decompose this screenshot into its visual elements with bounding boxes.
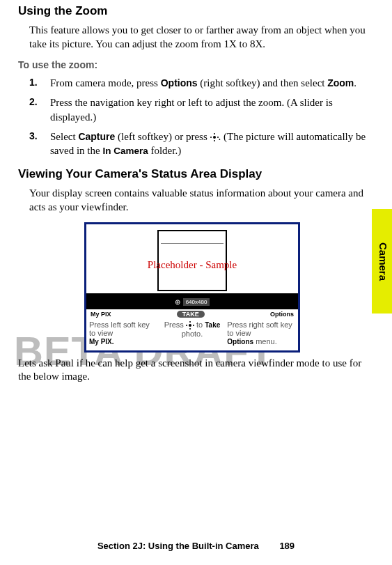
- footer-page-number: 189: [279, 541, 295, 551]
- subhead-to-use-zoom: To use the zoom:: [18, 59, 366, 70]
- step-text: (left softkey) or press: [115, 131, 210, 142]
- hint-left: Press left soft key to view My PIX.: [89, 320, 157, 346]
- step-text: folder.): [148, 145, 181, 156]
- softkey-left: My PIX: [91, 311, 111, 318]
- hint-text: Press: [164, 320, 184, 329]
- softkey-center: TAKE: [177, 311, 205, 318]
- step-text: Select: [50, 131, 78, 142]
- step-bold-incamera: In Camera: [102, 146, 148, 156]
- hint-center: Press to Take photo.: [158, 320, 226, 346]
- hint-target: Options: [227, 338, 253, 346]
- softkey-right: Options: [270, 311, 294, 318]
- intro-status: Your display screen contains valuable st…: [29, 187, 366, 214]
- step-2: 2. Press the navigation key right or lef…: [29, 95, 366, 124]
- page-content: Using the Zoom This feature allows you t…: [0, 0, 392, 384]
- step-number: 1.: [29, 76, 38, 89]
- step-number: 2.: [29, 95, 38, 109]
- heading-status-display: Viewing Your Camera's Status Area Displa…: [18, 167, 366, 181]
- step-bold-zoom: Zoom: [327, 77, 354, 88]
- hint-target: My PIX.: [89, 338, 114, 346]
- step-text: Press the navigation key right or left t…: [50, 97, 333, 122]
- step-3: 3. Select Capture (left softkey) or pres…: [29, 130, 366, 158]
- hint-text: photo.: [182, 330, 203, 338]
- step-bold-options: Options: [161, 77, 198, 88]
- step-1: 1. From camera mode, press Options (righ…: [29, 76, 366, 90]
- figure-softkey-row: My PIX TAKE Options: [86, 309, 298, 318]
- resolution-badge: 640x480: [183, 298, 210, 306]
- intro-zoom: This feature allows you to get closer to…: [29, 24, 366, 51]
- step-text: From camera mode, press: [50, 77, 161, 88]
- figure-status-bar: ⊕ 640x480: [86, 294, 298, 309]
- page-footer: Section 2J: Using the Built-in Camera 18…: [0, 541, 392, 551]
- step-text: (right softkey) and then select: [198, 77, 328, 88]
- heading-using-zoom: Using the Zoom: [18, 4, 366, 18]
- magnify-icon: ⊕: [175, 298, 180, 306]
- nav-key-icon: [210, 133, 219, 141]
- footer-section-label: Section 2J: Using the Built-in Camera: [97, 541, 259, 551]
- hint-text: to: [196, 320, 203, 329]
- viewfinder-figure: Placeholder - Sample ⊕ 640x480 My PIX TA…: [84, 222, 300, 352]
- placeholder-label: Placeholder - Sample: [86, 259, 298, 271]
- hint-right: Press right soft key to view Options men…: [227, 320, 295, 346]
- nav-key-icon: [186, 321, 194, 330]
- steps-list: 1. From camera mode, press Options (righ…: [29, 76, 366, 157]
- hint-text: Press left soft key to view: [89, 320, 150, 337]
- figure-screen-area: Placeholder - Sample: [86, 224, 298, 294]
- step-text: .: [354, 77, 356, 88]
- step-bold-capture: Capture: [78, 131, 115, 142]
- step-number: 3.: [29, 130, 38, 143]
- hint-text: menu.: [256, 337, 277, 346]
- hint-target: Take: [205, 321, 220, 329]
- hint-text: Press right soft key to view: [227, 320, 292, 337]
- author-note: Lets ask Paul if he can help get a scree…: [18, 357, 366, 384]
- figure-hints: Press left soft key to view My PIX. Pres…: [86, 318, 298, 350]
